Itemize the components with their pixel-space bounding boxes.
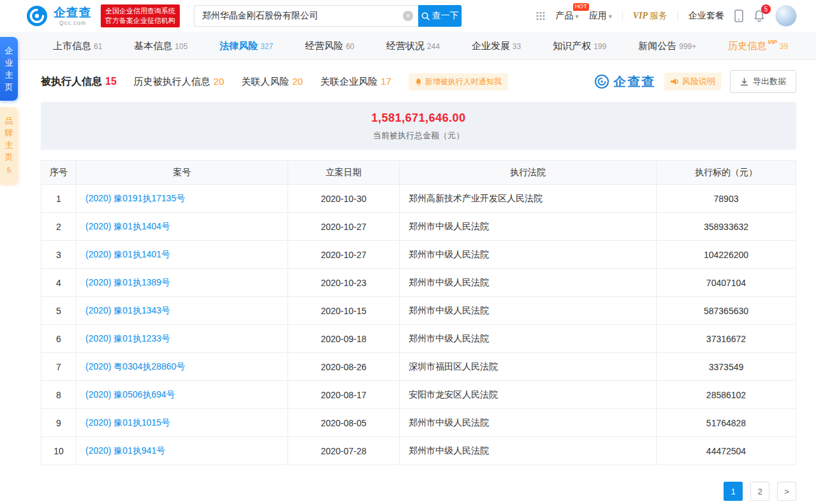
main-tab[interactable]: 历史信息VIP39 [712,32,804,59]
page-button[interactable]: 1 [724,482,743,501]
search-button-label: 查一下 [432,10,459,22]
export-data-button[interactable]: 导出数据 [730,70,796,93]
court-cell: 郑州市中级人民法院 [400,269,657,297]
nav-apps-label: 应用 [589,10,607,22]
section-tabs: 被执行人信息15历史被执行人信息20关联人风险20关联企业风险17 [41,75,409,89]
case-no-link[interactable]: (2020) 豫01执1343号 [85,305,170,315]
mobile-phone-icon[interactable] [734,10,743,22]
table-row: 6(2020) 豫01执1233号2020-09-18郑州市中级人民法院3731… [41,325,796,353]
nav-apps[interactable]: 应用 ▾ [589,10,612,22]
main-tab[interactable]: 经营状况244 [370,32,456,59]
table-row: 2(2020) 豫01执1404号2020-10-27郑州市中级人民法院3589… [41,213,796,241]
case-no-link[interactable]: (2020) 豫01执1404号 [85,221,170,231]
export-data-label: 导出数据 [753,76,786,87]
execution-amount-cell: 3373549 [657,353,796,381]
court-cell: 郑州市中级人民法院 [400,297,657,325]
court-cell: 郑州市中级人民法院 [400,409,657,437]
table-row: 8(2020) 豫0506执694号2020-08-17安阳市龙安区人民法院28… [41,381,796,409]
main-tab-label: 上市信息 [53,40,91,51]
search-input[interactable] [194,5,418,27]
court-cell: 郑州高新技术产业开发区人民法院 [400,185,657,213]
page-button[interactable]: 2 [750,482,769,501]
divider [678,11,678,20]
main-tab-label: 基本信息 [134,40,172,51]
case-no-link[interactable]: (2020) 豫0506执694号 [85,389,175,400]
main-tab-label: 经营风险 [305,40,343,51]
main-tab[interactable]: 企业发展33 [456,32,537,59]
notification-count-badge: 5 [761,4,771,14]
notify-me-label: 新增被执行人时通知我 [425,76,502,87]
main-tab[interactable]: 上市信息61 [37,32,118,59]
court-cell: 郑州市中级人民法院 [400,325,657,353]
main-tab-label: 知识产权 [553,40,591,51]
nav-vip-service[interactable]: VIP 服务 [633,10,667,22]
execution-amount-cell: 28586102 [657,381,796,409]
enterprise-package-label: 企业套餐 [688,10,724,22]
qcc-watermark: 企查查 [594,73,655,90]
notifications-bell[interactable]: 5 [754,10,765,22]
total-executed-amount-label: 当前被执行总金额（元） [41,130,796,141]
execution-amount-cell: 70407104 [657,269,796,297]
main-tab-count: 999+ [679,42,696,51]
side-tabs: 企业主页 品牌主页 5 [0,37,18,184]
sidebar-item-brand-home[interactable]: 品牌主页 5 [0,107,18,184]
row-index-cell: 1 [41,185,76,213]
main-tab[interactable]: 法律风险327 [203,32,289,59]
nav-product[interactable]: 产品 HOT ▾ [556,10,579,22]
court-cell: 郑州市中级人民法院 [400,213,657,241]
table-row: 10(2020) 豫01执941号2020-07-28郑州市中级人民法院4447… [41,437,796,465]
execution-amount-cell: 587365630 [657,297,796,325]
main-tab-count: 33 [513,42,521,51]
col-header-court: 执行法院 [400,161,657,185]
company-home-label: 企业主页 [5,46,13,92]
case-no-cell: (2020) 豫01执1389号 [76,269,288,297]
case-no-link[interactable]: (2020) 豫01执1389号 [85,277,170,287]
main-tab[interactable]: 基本信息105 [118,32,203,59]
case-no-link[interactable]: (2020) 豫01执1401号 [85,249,170,259]
sidebar-item-company-home[interactable]: 企业主页 [0,37,18,101]
section-tab-count: 20 [214,76,224,87]
main-tab[interactable]: 经营风险60 [289,32,370,59]
avatar[interactable] [775,5,797,27]
filing-date-cell: 2020-10-27 [288,213,400,241]
notify-me-button[interactable]: 新增被执行人时通知我 [409,73,508,90]
filing-date-cell: 2020-08-17 [288,381,400,409]
main-tab[interactable]: 新闻公告999+ [622,32,712,59]
case-no-link[interactable]: (2020) 豫0191执17135号 [85,193,185,203]
case-no-link[interactable]: (2020) 豫01执1233号 [85,333,170,343]
section-tab[interactable]: 关联人风险20 [241,76,303,88]
search-button[interactable]: 查一下 [418,5,462,27]
hot-badge: HOT [573,3,589,11]
bell-icon [415,78,422,86]
case-no-cell: (2020) 豫01执1404号 [76,213,288,241]
col-header-index: 序号 [41,161,76,185]
apps-grid-icon[interactable] [536,11,546,21]
row-index-cell: 5 [41,297,76,325]
section-tab[interactable]: 被执行人信息15 [41,75,117,89]
next-page-button[interactable]: > [777,482,796,501]
main-tab-label: 企业发展 [472,40,510,51]
main-tab-label: 历史信息 [728,40,766,51]
execution-amount-cell: 51764828 [657,409,796,437]
court-cell: 郑州市中级人民法院 [400,241,657,269]
section-tab-label: 关联企业风险 [320,76,377,87]
main-tab-label: 经营状况 [386,40,425,51]
risk-explanation-button[interactable]: 风险说明 [664,73,721,90]
case-no-link[interactable]: (2020) 粤0304执28860号 [85,361,185,371]
brand-home-count: 5 [4,164,13,176]
section-tab[interactable]: 历史被执行人信息20 [134,76,224,88]
case-no-link[interactable]: (2020) 豫01执1015号 [85,417,170,428]
main-tab-label: 新闻公告 [638,40,676,51]
qcc-logo[interactable]: 企查查 Qcc.com 全国企业信用查询系统 官方备案企业征信机构 [26,4,180,27]
nav-enterprise-package[interactable]: 企业套餐 [688,10,724,22]
main-tab[interactable]: 知识产权199 [537,32,622,59]
case-no-cell: (2020) 豫0506执694号 [76,381,288,409]
divider [622,11,623,20]
nav-product-label: 产品 [556,10,574,22]
clear-search-icon[interactable]: × [403,11,413,21]
case-no-link[interactable]: (2020) 豫01执941号 [85,445,165,456]
logo-text: 企查查 Qcc.com [54,6,92,26]
search-area: × 查一下 [194,5,462,27]
section-tab-count: 20 [292,76,303,87]
section-tab[interactable]: 关联企业风险17 [320,76,391,88]
